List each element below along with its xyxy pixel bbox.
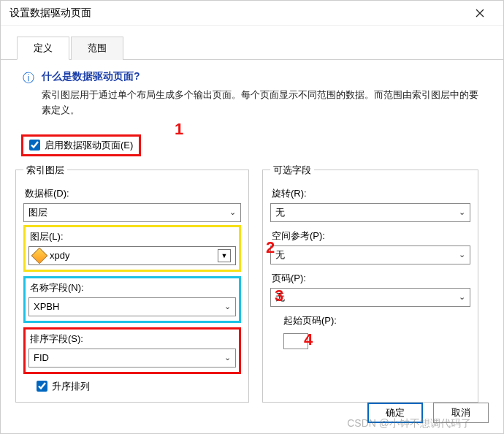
label-layer: 图层(L): (30, 230, 236, 243)
chevron-down-icon: ⌄ (459, 250, 465, 259)
chevron-down-icon: ⌄ (459, 208, 465, 217)
highlight-name-field: 名称字段(N): XPBH ⌄ (23, 276, 241, 323)
label-sort-field: 排序字段(S): (30, 332, 236, 346)
select-sref-value: 无 (275, 248, 285, 262)
select-sort-field[interactable]: FID ⌄ (28, 349, 236, 368)
enable-checkbox[interactable] (29, 140, 40, 151)
titlebar: 设置数据驱动页面 (1, 1, 503, 26)
dialog: 设置数据驱动页面 定义 范围 ⓘ 什么是数据驱动页面? 索引图层用于通过单个布局… (0, 0, 504, 434)
asc-label: 升序排列 (52, 380, 90, 393)
ok-button[interactable]: 确定 (367, 403, 423, 423)
annotation-2: 2 (266, 238, 275, 257)
select-sref[interactable]: 无 ⌄ (270, 245, 470, 264)
close-button[interactable] (465, 3, 495, 23)
polygon-layer-icon (31, 247, 48, 264)
legend-index-layer: 索引图层 (23, 164, 67, 177)
select-dataframe-value: 图层 (28, 206, 47, 219)
asc-checkbox[interactable] (37, 381, 47, 392)
select-name-field-value: XPBH (34, 301, 59, 312)
label-rotation: 旋转(R): (272, 187, 470, 200)
enable-box: 启用数据驱动页面(E) (21, 134, 141, 156)
annotation-4: 4 (304, 330, 313, 349)
select-page[interactable]: 无 ⌄ (270, 288, 470, 307)
select-layer[interactable]: xpdy ▼ (28, 246, 236, 265)
chevron-down-icon: ⌄ (224, 353, 231, 362)
chevron-down-icon: ⌄ (224, 302, 231, 311)
fieldset-index-layer: 索引图层 数据框(D): 图层 ⌄ 图层(L): xpdy ▼ 名称字段(N): (15, 164, 249, 403)
label-name-field: 名称字段(N): (30, 281, 236, 294)
select-rotation[interactable]: 无 ⌄ (270, 203, 470, 222)
select-rotation-value: 无 (275, 206, 285, 219)
select-layer-value: xpdy (50, 250, 69, 261)
dropdown-arrow-icon: ▼ (218, 249, 231, 262)
select-name-field[interactable]: XPBH ⌄ (28, 297, 236, 316)
close-icon (476, 9, 484, 18)
highlight-layer: 图层(L): xpdy ▼ (23, 225, 241, 272)
help-text: 索引图层用于通过单个布局生成多个输出页面。每个页面显示不同范围的数据。而范围由索… (42, 88, 487, 118)
annotation-1: 1 (175, 120, 183, 139)
annotation-3: 3 (275, 286, 283, 305)
highlight-sort-field: 排序字段(S): FID ⌄ (23, 327, 241, 374)
label-page: 页码(P): (272, 272, 470, 285)
select-dataframe[interactable]: 图层 ⌄ (23, 203, 241, 222)
label-dataframe: 数据框(D): (25, 187, 241, 200)
tab-scope[interactable]: 范围 (71, 37, 123, 60)
chevron-down-icon: ⌄ (459, 292, 465, 302)
window-title: 设置数据驱动页面 (9, 7, 465, 20)
tab-definition[interactable]: 定义 (17, 37, 69, 60)
asc-row: 升序排列 (37, 380, 241, 393)
select-sort-field-value: FID (34, 352, 49, 363)
info-icon: ⓘ (23, 71, 34, 118)
help-block: ⓘ 什么是数据驱动页面? 索引图层用于通过单个布局生成多个输出页面。每个页面显示… (1, 60, 503, 123)
fieldset-optional: 可选字段 旋转(R): 无 ⌄ 2 空间参考(P): 无 ⌄ 3 页码(P): … (262, 164, 478, 403)
form-columns: 索引图层 数据框(D): 图层 ⌄ 图层(L): xpdy ▼ 名称字段(N): (1, 164, 503, 403)
label-start-page: 起始页码(P): (283, 314, 470, 327)
chevron-down-icon: ⌄ (229, 208, 236, 217)
tab-strip: 定义 范围 (1, 36, 503, 60)
enable-label: 启用数据驱动页面(E) (45, 139, 133, 152)
cancel-button[interactable]: 取消 (433, 403, 489, 423)
footer: 确定 取消 (367, 403, 489, 423)
help-title: 什么是数据驱动页面? (42, 70, 487, 83)
label-sref: 空间参考(P): (272, 229, 470, 243)
legend-optional: 可选字段 (270, 164, 314, 177)
